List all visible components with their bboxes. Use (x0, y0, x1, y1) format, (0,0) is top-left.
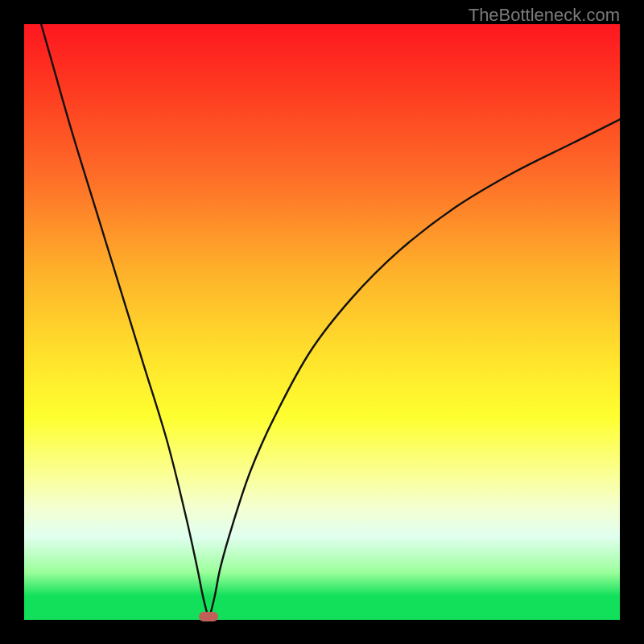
curve-layer (24, 24, 620, 620)
bottleneck-curve-path (24, 24, 620, 620)
minimum-marker (199, 612, 218, 621)
chart-frame: TheBottleneck.com (0, 0, 644, 644)
watermark-label: TheBottleneck.com (469, 5, 620, 26)
